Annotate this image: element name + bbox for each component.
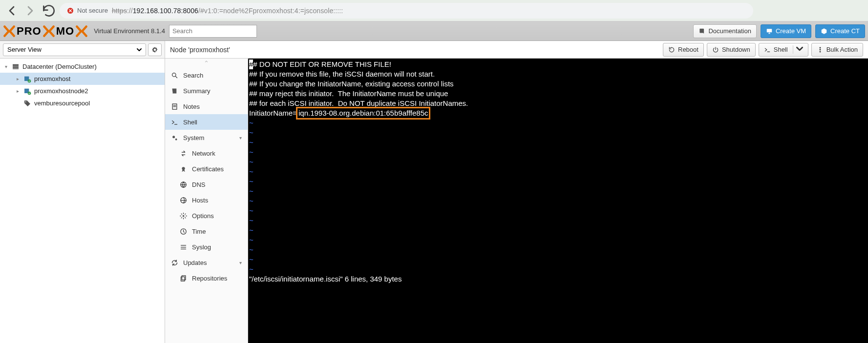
files-icon [180, 275, 187, 282]
x-logo-small-icon [42, 25, 55, 38]
svg-point-16 [175, 138, 177, 140]
address-bar[interactable]: Not secure https://192.168.100.78:8006/#… [60, 3, 753, 19]
clock-icon [180, 228, 187, 235]
datacenter-icon [12, 63, 20, 71]
create-ct-button[interactable]: Create CT [815, 24, 865, 38]
view-selector-label: Server View [7, 46, 42, 53]
chevron-down-icon [137, 47, 142, 52]
svg-point-12 [25, 101, 26, 102]
menu-item-updates[interactable]: Updates▾ [165, 255, 248, 270]
certificate-icon [180, 165, 187, 173]
chevron-down-icon: ▾ [239, 260, 242, 265]
arrow-right-icon [22, 3, 38, 19]
svg-rect-5 [13, 64, 19, 65]
svg-point-2 [820, 47, 821, 48]
menu-item-certificates[interactable]: Certificates [165, 161, 248, 177]
menu-item-dns[interactable]: DNS [165, 177, 248, 192]
svg-point-15 [172, 136, 175, 138]
node-title: Node 'proxmoxhost' [170, 46, 660, 54]
forward-button[interactable] [22, 3, 38, 19]
shell-button[interactable]: Shell [759, 43, 808, 57]
expand-icon[interactable]: ▸ [15, 76, 21, 81]
editor-status-line: "/etc/iscsi/initiatorname.iscsi" 6 lines… [249, 274, 868, 284]
back-button[interactable] [4, 3, 20, 19]
arrow-left-icon [4, 3, 20, 19]
url-text: https://192.168.100.78:8006/#v1:0:=node%… [112, 7, 343, 15]
global-search-input[interactable] [169, 25, 257, 38]
tree-toolbar: Server View [0, 41, 165, 58]
menu-item-shell[interactable]: Shell [165, 114, 248, 130]
terminal-icon [171, 119, 178, 126]
view-selector[interactable]: Server View [3, 43, 146, 56]
menu-item-summary[interactable]: Summary [165, 83, 248, 99]
security-label: Not secure [77, 7, 108, 14]
version-label: Virtual Environment 8.1.4 [94, 27, 165, 35]
create-vm-button[interactable]: Create VM [761, 24, 811, 38]
browser-toolbar: Not secure https://192.168.100.78:8006/#… [0, 0, 868, 21]
cube-icon [821, 28, 827, 35]
menu-item-notes[interactable]: Notes [165, 99, 248, 114]
proxmox-logo[interactable]: PRO MO [3, 25, 88, 38]
svg-point-20 [183, 215, 185, 217]
initiator-name-highlight: iqn.1993-08.org.debian:01:65b9afffe85c [296, 107, 431, 120]
menu-item-repositories[interactable]: Repositories [165, 270, 248, 286]
resource-tree[interactable]: ▾ Datacenter (DemoCluster) ▸ proxmoxhost… [0, 59, 165, 343]
menu-collapse-handle[interactable]: ⌃ [165, 59, 248, 67]
svg-point-17 [182, 167, 185, 170]
search-icon [171, 72, 178, 79]
server-online-icon [23, 75, 31, 83]
node-side-menu: ⌃ Search Summary Notes Shell System▾ Net… [165, 59, 248, 343]
svg-point-9 [28, 79, 31, 82]
collapse-icon[interactable]: ▾ [3, 64, 9, 69]
main-area: ▾ Datacenter (DemoCluster) ▸ proxmoxhost… [0, 59, 868, 343]
chevron-down-icon: ▾ [239, 135, 242, 141]
menu-item-options[interactable]: Options [165, 208, 248, 223]
refresh-icon [171, 259, 178, 266]
documentation-button[interactable]: Documentation [693, 24, 756, 38]
reload-button[interactable] [41, 3, 57, 19]
menu-item-syslog[interactable]: Syslog [165, 239, 248, 255]
svg-rect-22 [182, 275, 186, 280]
globe-icon [180, 181, 187, 188]
menu-item-hosts[interactable]: Hosts [165, 192, 248, 208]
menu-item-search[interactable]: Search [165, 67, 248, 83]
book-icon [699, 28, 705, 35]
svg-point-4 [820, 51, 821, 52]
menu-item-system[interactable]: System▾ [165, 130, 248, 145]
menu-item-time[interactable]: Time [165, 223, 248, 239]
expand-icon[interactable]: ▸ [15, 88, 21, 94]
network-icon [180, 150, 187, 157]
gears-icon [171, 134, 178, 141]
svg-point-3 [820, 49, 821, 50]
node-toolbar: Node 'proxmoxhost' Reboot Shutdown Shell… [165, 41, 868, 58]
svg-rect-23 [181, 277, 185, 281]
x-logo-icon [3, 25, 16, 38]
terminal-icon [764, 46, 771, 53]
bulk-actions-button[interactable]: Bulk Action [811, 43, 863, 57]
tree-item-node-proxmoxhostnode2[interactable]: ▸ proxmoxhostnode2 [0, 85, 165, 97]
reboot-button[interactable]: Reboot [663, 43, 704, 57]
tree-settings-button[interactable] [148, 43, 162, 56]
shell-console[interactable]: ## DO NOT EDIT OR REMOVE THIS FILE! ## I… [248, 59, 868, 343]
chevron-down-icon [796, 45, 803, 52]
reload-icon [41, 3, 57, 19]
server-online-icon [23, 87, 31, 95]
x-logo-end-icon [75, 25, 88, 38]
note-icon [171, 103, 178, 110]
svg-point-11 [28, 91, 31, 95]
monitor-icon [766, 28, 773, 35]
book-icon [171, 87, 178, 95]
app-header: PRO MO Virtual Environment 8.1.4 Documen… [0, 21, 868, 41]
security-badge: Not secure [66, 7, 108, 15]
svg-rect-6 [13, 66, 19, 67]
svg-point-13 [172, 73, 176, 77]
sub-toolbar: Server View Node 'proxmoxhost' Reboot Sh… [0, 41, 868, 59]
svg-rect-7 [13, 68, 19, 69]
svg-rect-1 [767, 29, 772, 32]
shutdown-button[interactable]: Shutdown [707, 43, 756, 57]
tree-item-pool[interactable]: vemburesourcepool [0, 97, 165, 109]
menu-item-network[interactable]: Network [165, 145, 248, 161]
tree-item-datacenter[interactable]: ▾ Datacenter (DemoCluster) [0, 61, 165, 73]
tree-item-node-proxmoxhost[interactable]: ▸ proxmoxhost [0, 73, 165, 85]
shell-dropdown-caret[interactable] [793, 45, 806, 54]
